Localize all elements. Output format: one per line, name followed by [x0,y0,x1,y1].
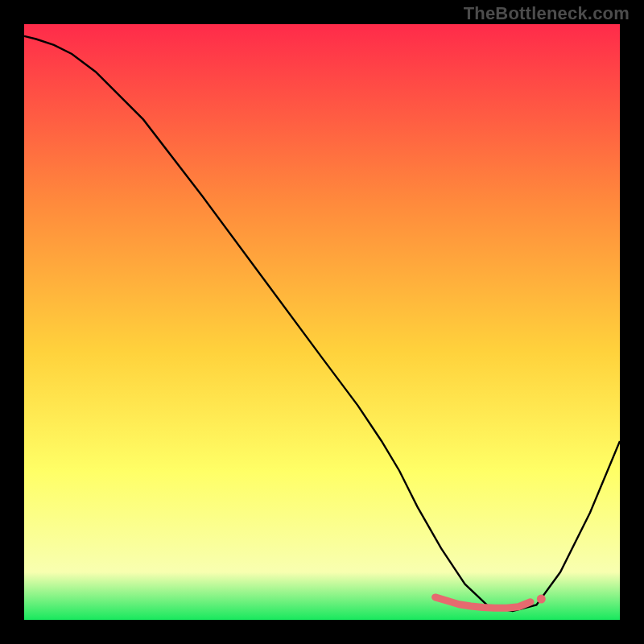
watermark-text: TheBottleneck.com [464,3,630,24]
optimal-range-end-dot [537,595,546,604]
chart-frame: TheBottleneck.com [0,0,644,644]
bottleneck-chart [24,24,620,620]
gradient-background [24,24,620,620]
plot-area [24,24,620,620]
